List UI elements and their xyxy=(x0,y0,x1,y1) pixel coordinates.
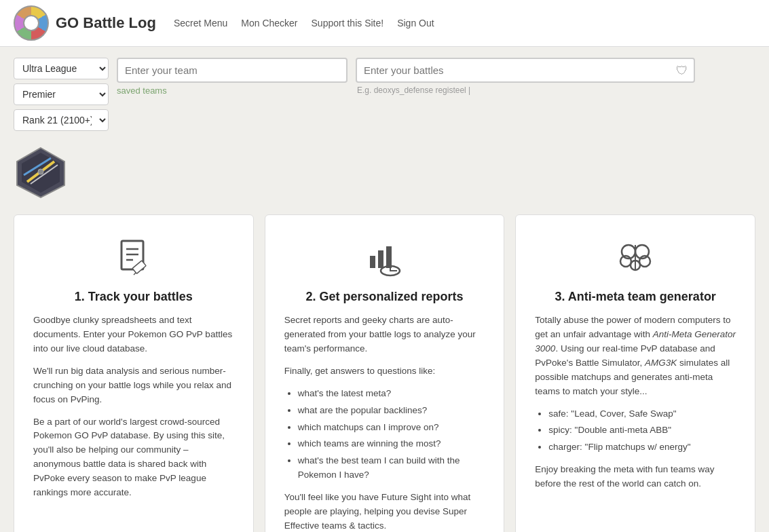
shield-icon: 🛡 xyxy=(676,63,688,77)
card-antimeta: 3. Anti-meta team generator Totally abus… xyxy=(515,214,755,532)
svg-rect-13 xyxy=(378,250,383,268)
reports-bullets: what's the latest meta? what are the pop… xyxy=(284,387,485,483)
card-antimeta-icon xyxy=(535,235,736,279)
card-antimeta-body: Totally abuse the power of modern comput… xyxy=(535,314,736,491)
nav-mon-checker[interactable]: Mon Checker xyxy=(241,18,297,28)
antimeta-bullets: safe: "Lead, Cover, Safe Swap" spicy: "D… xyxy=(535,407,736,455)
svg-rect-14 xyxy=(386,246,392,268)
controls-area: Ultra League Great League Master League … xyxy=(0,47,769,138)
nav-sign-out[interactable]: Sign Out xyxy=(397,18,434,28)
badge-area xyxy=(0,138,769,214)
saved-teams-label: saved teams xyxy=(117,86,167,96)
team-input[interactable] xyxy=(117,58,348,83)
battles-input-wrap: 🛡 xyxy=(356,58,695,83)
battles-input[interactable] xyxy=(356,58,695,83)
battles-input-area: 🛡 E.g. deoxys_defense registeel | xyxy=(356,58,695,95)
league-badge xyxy=(14,145,68,199)
nav-secret-menu[interactable]: Secret Menu xyxy=(174,18,227,28)
card-track-title: 1. Track your battles xyxy=(33,290,234,304)
league-select[interactable]: Ultra League Great League Master League xyxy=(14,58,109,79)
svg-rect-12 xyxy=(370,256,375,268)
card-track: 1. Track your battles Goodbye clunky spr… xyxy=(14,214,254,532)
card-track-body: Goodbye clunky spreadsheets and text doc… xyxy=(33,314,234,500)
card-antimeta-title: 3. Anti-meta team generator xyxy=(535,290,736,304)
main-nav: Secret Menu Mon Checker Support this Sit… xyxy=(174,18,434,28)
card-reports-body: Secret reports and geeky charts are auto… xyxy=(284,314,485,532)
logo-inner xyxy=(23,15,39,31)
app-title: GO Battle Log xyxy=(56,14,156,32)
league-controls: Ultra League Great League Master League … xyxy=(14,58,109,131)
card-reports-icon xyxy=(284,235,485,279)
rank-select[interactable]: Rank 21 (2100+) Rank 20 (2000+) Rank 24 … xyxy=(14,109,109,131)
cards-section: 1. Track your battles Goodbye clunky spr… xyxy=(0,214,769,532)
card-reports: 2. Get personalized reports Secret repor… xyxy=(265,214,505,532)
logo xyxy=(14,5,49,41)
svg-rect-10 xyxy=(132,261,146,273)
svg-point-5 xyxy=(38,169,43,174)
saved-teams-link[interactable]: saved teams xyxy=(117,86,348,96)
battles-hint: E.g. deoxys_defense registeel | xyxy=(356,86,695,95)
tier-select[interactable]: Premier Open Remix xyxy=(14,83,109,105)
card-reports-title: 2. Get personalized reports xyxy=(284,290,485,304)
nav-support[interactable]: Support this Site! xyxy=(312,18,384,28)
logo-link[interactable]: GO Battle Log xyxy=(14,5,156,41)
card-track-icon xyxy=(33,235,234,279)
header: GO Battle Log Secret Menu Mon Checker Su… xyxy=(0,0,769,47)
svg-line-11 xyxy=(134,273,136,275)
team-input-area: saved teams xyxy=(117,58,348,96)
